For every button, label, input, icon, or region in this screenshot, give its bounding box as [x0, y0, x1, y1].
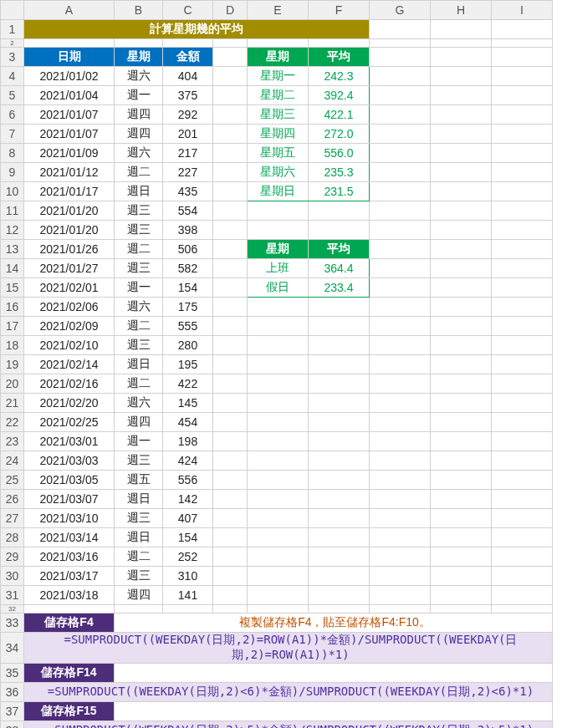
weekday-avg-label[interactable]: 星期二	[248, 86, 309, 105]
avg-header-avg[interactable]: 平均	[309, 48, 370, 67]
cell-date[interactable]: 2021/02/14	[24, 355, 115, 374]
cell-weekday[interactable]: 週四	[115, 125, 163, 144]
cell-weekday[interactable]: 週二	[115, 547, 163, 567]
weekday-avg-label[interactable]: 星期五	[248, 144, 309, 163]
cell-weekday[interactable]: 週二	[115, 163, 163, 182]
cell-amount[interactable]: 422	[163, 374, 213, 394]
cell-amount[interactable]: 154	[163, 278, 213, 298]
weekday-avg-value[interactable]: 392.4	[309, 86, 370, 105]
cell-amount[interactable]: 142	[163, 490, 213, 509]
cell-amount[interactable]: 435	[163, 182, 213, 201]
cell-weekday[interactable]: 週日	[115, 528, 163, 547]
col-head-c[interactable]: C	[163, 1, 213, 20]
cell-date[interactable]: 2021/01/09	[24, 144, 115, 163]
cell-weekday[interactable]: 週三	[115, 336, 163, 355]
cat-avg-value[interactable]: 233.4	[309, 278, 370, 298]
cell-amount[interactable]: 280	[163, 336, 213, 355]
cell-amount[interactable]: 407	[163, 509, 213, 528]
cell-date[interactable]: 2021/01/07	[24, 125, 115, 144]
cell-date[interactable]: 2021/01/04	[24, 86, 115, 105]
cell-amount[interactable]: 198	[163, 432, 213, 451]
formula-f4[interactable]: =SUMPRODUCT((WEEKDAY(日期,2)=ROW(A1))*金額)/…	[24, 633, 553, 664]
cell-amount[interactable]: 375	[163, 86, 213, 105]
cell-amount[interactable]: 175	[163, 298, 213, 317]
cell-amount[interactable]: 424	[163, 451, 213, 471]
cell-date[interactable]: 2021/01/07	[24, 105, 115, 125]
cell-date[interactable]: 2021/03/01	[24, 432, 115, 451]
cell-date[interactable]: 2021/01/27	[24, 259, 115, 278]
weekday-avg-value[interactable]: 422.1	[309, 105, 370, 125]
cell-date[interactable]: 2021/03/05	[24, 471, 115, 490]
weekday-avg-value[interactable]: 231.5	[309, 182, 370, 201]
cell-date[interactable]: 2021/02/16	[24, 374, 115, 394]
cell-date[interactable]: 2021/02/10	[24, 336, 115, 355]
cell-weekday[interactable]: 週三	[115, 259, 163, 278]
cell-date[interactable]: 2021/02/01	[24, 278, 115, 298]
weekday-avg-label[interactable]: 星期四	[248, 125, 309, 144]
cell-weekday[interactable]: 週三	[115, 221, 163, 240]
cat-avg-label[interactable]: 假日	[248, 278, 309, 298]
formula-f14[interactable]: =SUMPRODUCT((WEEKDAY(日期,2)<6)*金額)/SUMPRO…	[24, 683, 553, 702]
label-f4[interactable]: 儲存格F4	[24, 613, 115, 633]
cat-avg-label[interactable]: 上班	[248, 259, 309, 278]
cell-weekday[interactable]: 週四	[115, 413, 163, 432]
cell-weekday[interactable]: 週一	[115, 86, 163, 105]
weekday-avg-value[interactable]: 272.0	[309, 125, 370, 144]
cell-amount[interactable]: 555	[163, 317, 213, 336]
cell-amount[interactable]: 404	[163, 67, 213, 86]
col-head-b[interactable]: B	[115, 1, 163, 20]
cell-date[interactable]: 2021/03/07	[24, 490, 115, 509]
cell-amount[interactable]: 310	[163, 567, 213, 586]
cell-weekday[interactable]: 週六	[115, 144, 163, 163]
cell-date[interactable]: 2021/03/14	[24, 528, 115, 547]
cell-weekday[interactable]: 週五	[115, 471, 163, 490]
cell-amount[interactable]: 292	[163, 105, 213, 125]
cell-amount[interactable]: 227	[163, 163, 213, 182]
cell-date[interactable]: 2021/02/25	[24, 413, 115, 432]
cell-weekday[interactable]: 週日	[115, 182, 163, 201]
col-head-d[interactable]: D	[213, 1, 248, 20]
cell-amount[interactable]: 195	[163, 355, 213, 374]
weekday-avg-label[interactable]: 星期一	[248, 67, 309, 86]
cell-weekday[interactable]: 週三	[115, 567, 163, 586]
cell-amount[interactable]: 398	[163, 221, 213, 240]
cell-amount[interactable]: 556	[163, 471, 213, 490]
cell-weekday[interactable]: 週二	[115, 317, 163, 336]
cell-amount[interactable]: 141	[163, 586, 213, 605]
header-date[interactable]: 日期	[24, 48, 115, 67]
cell-amount[interactable]: 454	[163, 413, 213, 432]
cell-weekday[interactable]: 週六	[115, 394, 163, 413]
cell-weekday[interactable]: 週一	[115, 278, 163, 298]
cell-amount[interactable]: 582	[163, 259, 213, 278]
formula-f15[interactable]: =SUMPRODUCT((WEEKDAY(日期,2)>5)*金額)/SUMPRO…	[24, 721, 553, 729]
cell-weekday[interactable]: 週二	[115, 374, 163, 394]
cell-weekday[interactable]: 週六	[115, 67, 163, 86]
cell-weekday[interactable]: 週二	[115, 240, 163, 259]
weekday-avg-value[interactable]: 242.3	[309, 67, 370, 86]
cell-amount[interactable]: 145	[163, 394, 213, 413]
cell-date[interactable]: 2021/03/18	[24, 586, 115, 605]
header-weekday[interactable]: 星期	[115, 48, 163, 67]
cell-weekday[interactable]: 週三	[115, 509, 163, 528]
header-amount[interactable]: 金額	[163, 48, 213, 67]
cell-date[interactable]: 2021/01/17	[24, 182, 115, 201]
note-f4[interactable]: 複製儲存格F4，貼至儲存格F4:F10。	[115, 613, 553, 633]
cell-date[interactable]: 2021/01/26	[24, 240, 115, 259]
cell-amount[interactable]: 201	[163, 125, 213, 144]
cell-date[interactable]: 2021/01/02	[24, 67, 115, 86]
col-head-h[interactable]: H	[431, 1, 492, 20]
weekday-avg-label[interactable]: 星期日	[248, 182, 309, 201]
col-head-f[interactable]: F	[309, 1, 370, 20]
cell-amount[interactable]: 252	[163, 547, 213, 567]
cell-amount[interactable]: 554	[163, 201, 213, 221]
col-head-e[interactable]: E	[248, 1, 309, 20]
cell-date[interactable]: 2021/02/06	[24, 298, 115, 317]
cell-weekday[interactable]: 週三	[115, 201, 163, 221]
cell-date[interactable]: 2021/01/20	[24, 221, 115, 240]
cell-date[interactable]: 2021/02/20	[24, 394, 115, 413]
cell-date[interactable]: 2021/02/09	[24, 317, 115, 336]
cell-date[interactable]: 2021/01/20	[24, 201, 115, 221]
title-cell[interactable]: 計算星期幾的平均	[24, 20, 370, 39]
cell-weekday[interactable]: 週四	[115, 586, 163, 605]
cell-date[interactable]: 2021/03/03	[24, 451, 115, 471]
